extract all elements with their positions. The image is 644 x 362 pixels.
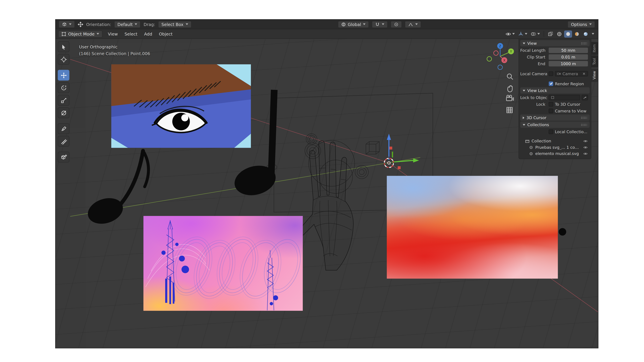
options-dropdown[interactable]: Options: [568, 21, 595, 28]
view-lock-header[interactable]: View Lock: [520, 87, 590, 93]
clip-start-field[interactable]: 0.01 m: [548, 54, 588, 59]
clip-start-row: Clip Start 0.01 m: [520, 54, 588, 60]
orientation-dropdown[interactable]: Default: [114, 21, 140, 28]
red-gradient-image-plane[interactable]: [387, 176, 558, 279]
tool-move[interactable]: [58, 70, 70, 81]
collection-name: Collection: [532, 139, 551, 143]
tab-tool[interactable]: Tool: [591, 56, 598, 68]
clip-end-field[interactable]: 1000 m: [548, 61, 588, 66]
panel-drag-dots-icon[interactable]: [581, 124, 587, 126]
panel-drag-dots-icon[interactable]: [581, 42, 587, 44]
falloff-curve-icon: [408, 22, 414, 26]
transform-icon: [60, 110, 66, 116]
gizmos-dropdown[interactable]: [517, 30, 528, 37]
render-region-checkbox[interactable]: [548, 81, 553, 86]
tool-select-box[interactable]: [58, 41, 70, 52]
eyedropper-button[interactable]: [582, 95, 588, 100]
to-3d-cursor-label: To 3D Cursor: [555, 102, 580, 106]
drag-label: Drag:: [144, 22, 155, 26]
tool-add-cube[interactable]: [58, 152, 70, 163]
focal-length-field[interactable]: 50 mm: [548, 47, 588, 53]
pan-hand-button[interactable]: [508, 86, 512, 92]
lock-object-field[interactable]: [548, 95, 580, 100]
grid-ortho-button[interactable]: [507, 107, 512, 113]
tool-cursor[interactable]: [58, 54, 70, 65]
antenna-tower-right: [267, 250, 274, 310]
cursor-panel-title: 3D Cursor: [526, 115, 546, 120]
drag-dropdown[interactable]: Select Box: [158, 21, 192, 28]
tab-item[interactable]: Item: [591, 42, 598, 55]
proportional-editing-button[interactable]: [391, 21, 402, 28]
viewport-nav-buttons: [506, 74, 514, 113]
close-icon[interactable]: [582, 72, 586, 75]
zoom-button[interactable]: [507, 74, 513, 79]
visibility-eye-icon[interactable]: [583, 139, 588, 143]
tool-rotate[interactable]: [58, 82, 70, 93]
camera-view-button[interactable]: [506, 95, 514, 101]
axis-x-neg-ball[interactable]: [494, 51, 498, 55]
local-collections-label: Local Collectio...: [555, 129, 587, 134]
shading-dropdown[interactable]: [590, 32, 596, 35]
menu-object[interactable]: Object: [156, 31, 176, 37]
tool-scale[interactable]: [58, 95, 70, 106]
shading-wireframe-button[interactable]: [555, 30, 563, 37]
navigation-gizmo[interactable]: Z Y X: [487, 43, 514, 69]
panel-drag-dots-icon[interactable]: [581, 116, 587, 119]
menu-select[interactable]: Select: [122, 31, 140, 37]
collection-row[interactable]: Collection: [519, 138, 591, 144]
tab-view[interactable]: View: [591, 68, 598, 82]
black-sphere-object[interactable]: [559, 228, 566, 235]
tool-annotate[interactable]: [58, 123, 70, 134]
shading-solid-button[interactable]: [564, 30, 572, 37]
mode-dropdown[interactable]: Object Mode: [58, 30, 102, 37]
cursor-panel-header[interactable]: 3D Cursor: [520, 114, 590, 121]
camera-id-field[interactable]: Camera: [555, 71, 588, 76]
axis-z-neg-ball[interactable]: [498, 65, 502, 69]
transform-orientation-dropdown[interactable]: Global: [338, 21, 369, 28]
chevron-down-icon: [186, 23, 188, 25]
axis-y-neg-ball[interactable]: [487, 57, 492, 61]
to-3d-cursor-checkbox[interactable]: [548, 102, 553, 106]
xray-icon: [548, 31, 553, 36]
snapping-dropdown[interactable]: [372, 21, 388, 28]
measure-ruler-icon: [60, 138, 66, 144]
move-gizmo[interactable]: [383, 134, 419, 169]
xray-toggle[interactable]: [546, 30, 554, 37]
music-note-left[interactable]: [84, 151, 148, 228]
tool-measure[interactable]: [58, 136, 70, 147]
helix-gradient-image-plane[interactable]: [144, 216, 303, 311]
overlays-dropdown[interactable]: [530, 30, 541, 37]
orientation-value: Default: [118, 22, 133, 26]
falloff-dropdown[interactable]: [405, 21, 421, 28]
view-name-text: User Orthographic: [79, 44, 150, 51]
chevron-down-icon: [416, 23, 418, 25]
shading-material-button[interactable]: [573, 30, 581, 37]
annotate-pen-icon: [60, 126, 66, 132]
local-collections-checkbox[interactable]: [548, 129, 553, 134]
visibility-dropdown[interactable]: [504, 30, 516, 37]
collection-item-row[interactable]: Pruebas svg_... 1 copia 3.svg: [519, 144, 591, 150]
camera-to-view-row: Camera to View: [520, 108, 588, 114]
collection-item-row[interactable]: elemento musical.svg: [519, 151, 591, 157]
collections-panel-title: Collections: [527, 122, 549, 127]
wireframe-hand[interactable]: [300, 141, 353, 270]
camera-to-view-checkbox[interactable]: [548, 108, 553, 113]
eye-image-plane[interactable]: [111, 64, 251, 148]
local-camera-checkbox[interactable]: [548, 71, 553, 76]
object-icon: [551, 95, 554, 99]
editor-type-dropdown[interactable]: [58, 20, 75, 28]
menu-add[interactable]: Add: [141, 31, 155, 37]
view-lock-title: View Lock: [527, 88, 547, 93]
tool-transform[interactable]: [58, 107, 70, 118]
view-panel-header[interactable]: View: [520, 40, 590, 46]
visibility-eye-icon[interactable]: [583, 152, 588, 156]
visibility-eye-icon[interactable]: [583, 145, 588, 149]
menu-view[interactable]: View: [105, 31, 121, 37]
camera-icon: [557, 72, 561, 75]
collections-panel-header[interactable]: Collections: [520, 122, 590, 128]
shading-rendered-button[interactable]: [582, 30, 590, 37]
object-dot-icon: [529, 152, 533, 156]
chevron-down-icon: [135, 23, 137, 25]
proportional-circle-icon: [394, 22, 399, 26]
sidebar-panel: View Focal Length 50 mm Clip Start 0.01 …: [518, 39, 591, 159]
